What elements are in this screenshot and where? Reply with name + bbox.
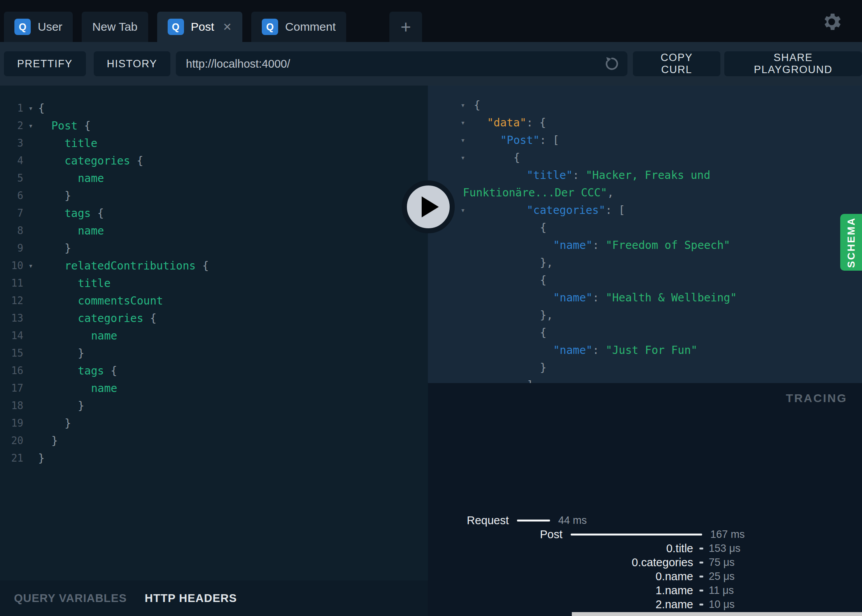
query-code: { <box>38 100 45 117</box>
horizontal-scrollbar[interactable] <box>572 612 862 616</box>
tab-label: Comment <box>285 20 336 33</box>
token: } <box>65 417 71 430</box>
fold-arrow-icon[interactable]: ▾ <box>461 96 465 114</box>
line-number: 11 <box>0 275 23 292</box>
response-code: { <box>428 271 862 289</box>
token: { <box>77 119 91 132</box>
fold-arrow-icon[interactable]: ▾ <box>461 131 465 149</box>
token: "categories" <box>527 204 605 217</box>
line-number: 16 <box>0 362 23 380</box>
token: "title" <box>527 169 573 182</box>
query-line: 17name <box>0 380 428 397</box>
line-number: 17 <box>0 380 23 397</box>
endpoint-url-input[interactable]: http://localhost:4000/ <box>176 51 627 76</box>
trace-time: 11 μs <box>709 584 779 597</box>
fold-spacer <box>23 380 38 397</box>
token: relatedContributions <box>65 259 196 272</box>
tracing-panel: TRACING Request44 msPost167 ms0.title153… <box>428 383 862 616</box>
token: } <box>540 361 547 374</box>
token: name <box>91 329 117 342</box>
fold-arrow-icon[interactable]: ▾ <box>461 201 465 219</box>
line-number: 2 <box>0 117 23 135</box>
response-line: "title": "Hacker, Freaks und <box>428 166 862 184</box>
line-number: 9 <box>0 240 23 257</box>
token: { <box>38 102 45 115</box>
query-code: } <box>38 187 71 205</box>
response-code: "categories": [ <box>428 201 862 219</box>
token: tags <box>65 207 91 220</box>
trace-span-row: Request44 ms <box>428 513 862 527</box>
trace-bar <box>571 534 702 536</box>
trace-resolver-row: 2.name10 μs <box>428 597 862 611</box>
trace-time: 153 μs <box>709 542 779 555</box>
response-line: ▾"data": { <box>428 114 862 131</box>
token: : <box>592 291 606 304</box>
refresh-schema-icon[interactable] <box>603 55 620 72</box>
fold-spacer <box>23 327 38 345</box>
token: : [ <box>605 204 625 217</box>
tracing-title: TRACING <box>786 392 847 405</box>
response-line: }, <box>428 306 862 324</box>
tab-new-tab[interactable]: New Tab <box>82 12 148 42</box>
response-pane: ▾{▾"data": {▾"Post": [▾{"title": "Hacker… <box>428 86 862 383</box>
query-editor[interactable]: 1▾{2▾Post {3title4categories {5name6}7ta… <box>0 100 428 467</box>
query-editor-pane[interactable]: 1▾{2▾Post {3title4categories {5name6}7ta… <box>0 86 428 616</box>
token: }, <box>540 256 553 269</box>
query-code: name <box>38 222 104 240</box>
token: tags <box>78 364 104 377</box>
share-playground-button[interactable]: SHARE PLAYGROUND <box>724 51 862 76</box>
copy-curl-button[interactable]: COPY CURL <box>633 51 720 76</box>
query-code: } <box>38 240 71 257</box>
new-tab-button[interactable]: + <box>389 12 422 42</box>
trace-label: 0.categories <box>632 556 693 569</box>
token: { <box>474 99 480 112</box>
token: name <box>78 224 104 237</box>
settings-gear-icon[interactable] <box>820 10 843 33</box>
fold-arrow-icon: ▾ <box>23 100 38 117</box>
tab-post[interactable]: QPost✕ <box>157 12 243 42</box>
execute-button[interactable] <box>402 180 455 233</box>
fold-arrow-icon: ▾ <box>23 257 38 275</box>
trace-rows: Request44 msPost167 ms0.title153 μs0.cat… <box>428 513 862 616</box>
trace-time: 167 ms <box>710 528 745 541</box>
fold-spacer <box>23 170 38 187</box>
query-line: 18} <box>0 397 428 415</box>
trace-time: 44 ms <box>558 514 587 527</box>
response-code: }, <box>428 306 862 324</box>
tab-user[interactable]: QUser <box>4 12 73 42</box>
query-line: 7tags { <box>0 205 428 222</box>
response-code: { <box>428 149 862 166</box>
fold-spacer <box>23 292 38 310</box>
query-line: 12commentsCount <box>0 292 428 310</box>
trace-duration-dot <box>699 590 703 592</box>
fold-spacer <box>23 432 38 450</box>
token: "Hacker, Freaks und <box>586 169 710 182</box>
history-button[interactable]: HISTORY <box>94 51 171 76</box>
tab-label: User <box>38 20 62 33</box>
fold-arrow-icon[interactable]: ▾ <box>461 149 465 166</box>
query-variables-tab[interactable]: QUERY VARIABLES <box>14 592 127 605</box>
fold-spacer <box>23 362 38 380</box>
fold-spacer <box>23 135 38 152</box>
query-line: 5name <box>0 170 428 187</box>
tab-comment[interactable]: QComment <box>251 12 346 42</box>
fold-spacer <box>23 205 38 222</box>
http-headers-tab[interactable]: HTTP HEADERS <box>145 592 237 605</box>
fold-spacer <box>23 275 38 292</box>
token: title <box>65 137 97 150</box>
line-number: 20 <box>0 432 23 450</box>
trace-resolver-row: 0.title153 μs <box>428 541 862 555</box>
main-area: 1▾{2▾Post {3title4categories {5name6}7ta… <box>0 86 862 616</box>
fold-arrow-icon[interactable]: ▾ <box>461 114 465 131</box>
query-line: 13categories { <box>0 310 428 327</box>
query-line: 10▾relatedContributions { <box>0 257 428 275</box>
prettify-button[interactable]: PRETTIFY <box>4 51 86 76</box>
trace-duration-dot <box>699 576 703 578</box>
query-line: 1▾{ <box>0 100 428 117</box>
token: { <box>144 312 157 325</box>
token: categories <box>78 312 144 325</box>
close-tab-icon[interactable]: ✕ <box>223 21 232 33</box>
fold-spacer <box>23 397 38 415</box>
endpoint-url[interactable]: http://localhost:4000/ <box>186 58 603 70</box>
schema-tab[interactable]: SCHEMA <box>840 214 862 271</box>
